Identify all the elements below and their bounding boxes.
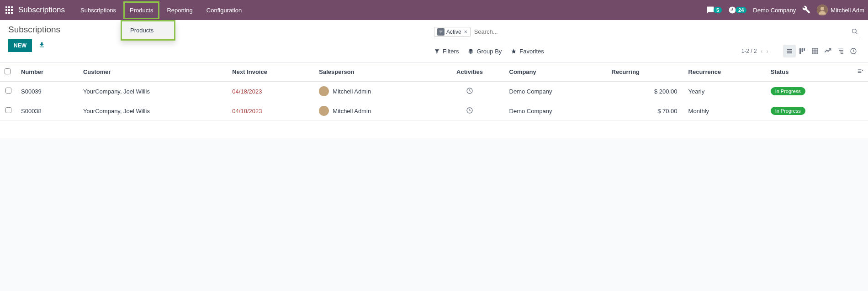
messages-button[interactable]: 5 — [706, 6, 722, 14]
select-all-checkbox[interactable] — [5, 68, 11, 74]
th-number[interactable]: Number — [16, 62, 79, 82]
groupby-button[interactable]: Group By — [468, 48, 502, 55]
avatar — [319, 106, 329, 116]
th-recurring[interactable]: Recurring — [607, 62, 684, 82]
nav-configuration[interactable]: Configuration — [200, 1, 248, 19]
svg-line-12 — [856, 32, 857, 34]
new-button[interactable]: NEW — [8, 39, 32, 52]
pager: 1-2 / 2 ‹ › — [741, 47, 768, 55]
cell-activities[interactable] — [434, 82, 504, 101]
avatar — [319, 86, 329, 96]
subscriptions-table: Number Customer Next Invoice Salesperson… — [0, 62, 868, 121]
table-row[interactable]: S00039 YourCompany, Joel Willis 04/18/20… — [0, 82, 868, 101]
status-badge: In Progress — [771, 107, 805, 115]
svg-rect-14 — [802, 48, 803, 52]
table-header-row: Number Customer Next Invoice Salesperson… — [0, 62, 868, 82]
cell-next-invoice: 04/18/2023 — [228, 82, 314, 101]
chip-remove-icon[interactable]: × — [463, 29, 468, 35]
avatar — [817, 5, 828, 16]
funnel-icon — [437, 28, 445, 36]
cell-status: In Progress — [766, 82, 852, 101]
cell-customer: YourCompany, Joel Willis — [79, 82, 228, 101]
star-icon — [511, 48, 517, 54]
company-switcher[interactable]: Demo Company — [753, 7, 796, 14]
filter-chip-label: Active — [446, 29, 461, 35]
svg-rect-15 — [804, 48, 805, 51]
svg-rect-8 — [11, 12, 13, 14]
dropdown-item-products[interactable]: Products — [122, 21, 174, 39]
download-icon[interactable] — [38, 42, 45, 50]
view-cohort-icon[interactable] — [834, 45, 847, 57]
view-switcher — [783, 45, 860, 57]
nav-subscriptions[interactable]: Subscriptions — [74, 1, 122, 19]
svg-rect-1 — [8, 6, 10, 8]
row-checkbox[interactable] — [5, 88, 11, 94]
pager-text: 1-2 / 2 — [741, 48, 757, 54]
table-row[interactable]: S00038 YourCompany, Joel Willis 04/18/20… — [0, 101, 868, 121]
th-status[interactable]: Status — [766, 62, 852, 82]
page-title: Subscriptions — [8, 25, 434, 35]
cell-salesperson: Mitchell Admin — [314, 82, 434, 101]
th-company[interactable]: Company — [505, 62, 607, 82]
nav-reporting[interactable]: Reporting — [160, 1, 199, 19]
svg-rect-7 — [8, 12, 10, 14]
view-list-icon[interactable] — [783, 45, 796, 57]
nav-products[interactable]: Products — [123, 1, 159, 19]
view-kanban-icon[interactable] — [796, 45, 809, 57]
cell-recurrence: Yearly — [684, 82, 766, 101]
search-input[interactable] — [471, 26, 849, 37]
cell-number: S00039 — [16, 82, 79, 101]
messages-badge: 5 — [714, 7, 722, 13]
topbar-right: 5 24 Demo Company Mitchell Adm — [706, 5, 864, 16]
svg-rect-5 — [11, 9, 13, 11]
layers-icon — [468, 48, 474, 54]
favorites-button[interactable]: Favorites — [511, 48, 544, 55]
funnel-icon — [434, 48, 440, 54]
filter-chip-active: Active × — [434, 27, 471, 37]
clock-icon — [466, 107, 473, 114]
table-footer-space — [0, 121, 868, 139]
view-pivot-icon[interactable] — [809, 45, 821, 57]
top-navbar: Subscriptions Subscriptions Products Rep… — [0, 0, 868, 20]
view-activity-icon[interactable] — [847, 45, 860, 57]
cell-activities[interactable] — [434, 101, 504, 121]
status-badge: In Progress — [771, 87, 805, 95]
th-next-invoice[interactable]: Next Invoice — [228, 62, 314, 82]
th-customer[interactable]: Customer — [79, 62, 228, 82]
nav-menu: Subscriptions Products Reporting Configu… — [74, 1, 248, 19]
cell-recurring: $ 200.00 — [607, 82, 684, 101]
activities-button[interactable]: 24 — [728, 6, 746, 14]
pager-next-icon[interactable]: › — [766, 47, 768, 55]
svg-rect-13 — [799, 48, 801, 54]
cell-salesperson: Mitchell Admin — [314, 101, 434, 121]
user-menu[interactable]: Mitchell Adm — [817, 5, 864, 16]
tools-icon[interactable] — [802, 5, 810, 15]
cell-next-invoice: 04/18/2023 — [228, 101, 314, 121]
cell-status: In Progress — [766, 101, 852, 121]
svg-rect-2 — [11, 6, 13, 8]
row-checkbox[interactable] — [5, 107, 11, 113]
svg-rect-4 — [8, 9, 10, 11]
cell-company: Demo Company — [505, 82, 607, 101]
svg-rect-6 — [5, 12, 7, 14]
search-icon[interactable] — [849, 28, 860, 36]
svg-rect-0 — [5, 6, 7, 8]
products-dropdown: Products — [121, 20, 175, 41]
th-recurrence[interactable]: Recurrence — [684, 62, 766, 82]
pager-prev-icon[interactable]: ‹ — [761, 47, 763, 55]
th-salesperson[interactable]: Salesperson — [314, 62, 434, 82]
activities-badge: 24 — [736, 7, 746, 13]
th-settings-icon[interactable] — [852, 62, 868, 82]
cell-company: Demo Company — [505, 101, 607, 121]
view-graph-icon[interactable] — [821, 45, 834, 57]
cell-number: S00038 — [16, 101, 79, 121]
filters-button[interactable]: Filters — [434, 48, 459, 55]
clock-icon — [466, 87, 473, 94]
app-brand[interactable]: Subscriptions — [18, 5, 65, 15]
apps-icon[interactable] — [4, 5, 15, 16]
th-activities[interactable]: Activities — [434, 62, 504, 82]
search-bar: Active × — [434, 25, 860, 39]
user-name: Mitchell Adm — [831, 7, 864, 14]
cell-recurrence: Monthly — [684, 101, 766, 121]
svg-rect-3 — [5, 9, 7, 11]
